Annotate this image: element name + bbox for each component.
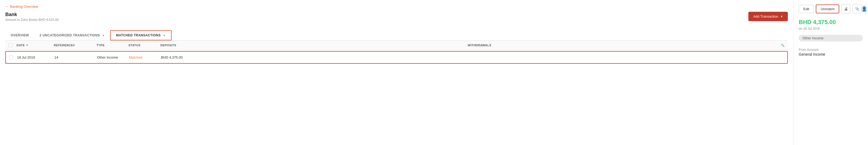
header-date: DATE ▼ (17, 44, 54, 47)
add-transaction-button[interactable]: Add Transaction ▼ (748, 12, 788, 21)
search-icon: 🔍 (781, 44, 785, 47)
back-arrow-icon: ← (5, 4, 9, 8)
matched-dropdown-icon: ▼ (163, 34, 165, 37)
unmatch-button[interactable]: Unmatch (816, 4, 839, 14)
row-checkbox-cell[interactable] (9, 56, 17, 59)
right-panel-toolbar: Edit Unmatch 🖨 📎 👤 (799, 4, 863, 14)
date-sort-icon: ▼ (26, 44, 28, 47)
transaction-amount: BHD 4,375.00 (799, 19, 863, 26)
row-deposits: BHD 4,375.00 (161, 55, 468, 59)
print-icon: 🖨 (844, 7, 848, 11)
add-transaction-label: Add Transaction (753, 15, 778, 19)
table-header: DATE ▼ REFERENCE# TYPE STATUS DEPOSITS W… (5, 41, 788, 50)
print-button[interactable]: 🖨 (841, 4, 850, 14)
header-withdrawals: WITHDRAWALS (468, 44, 775, 47)
transaction-date: on 18 Jul 2019 (799, 27, 863, 30)
uncategorized-badge: 2 (39, 33, 41, 37)
edit-button[interactable]: Edit (799, 5, 814, 13)
row-date: 18 Jul 2019 (17, 55, 54, 59)
back-link-label: Banking Overview (10, 4, 38, 8)
header-deposits: DEPOSITS (160, 44, 468, 47)
right-panel: Edit Unmatch 🖨 📎 👤 BHD 4,375.00 on 18 Ju… (794, 0, 868, 145)
bank-subtitle: Amount in Zoho Books BHD 9,515.00 (5, 18, 59, 22)
add-transaction-dropdown-arrow: ▼ (780, 15, 783, 18)
row-checkbox[interactable] (9, 56, 13, 59)
row-status: Matched (129, 55, 161, 59)
clip-icon: 📎 (855, 7, 860, 11)
from-account-label: From Account (799, 48, 863, 52)
header-search[interactable]: 🔍 (775, 44, 785, 47)
avatar-icon: 👤 (862, 6, 867, 11)
tab-matched[interactable]: MATCHED TRANSACTIONS ▼ (110, 30, 172, 41)
row-type: Other Income (97, 55, 129, 59)
header-checkbox-input[interactable] (8, 43, 12, 47)
from-account-value: General Income (799, 52, 863, 56)
tabs-row: OVERVIEW 2 UNCATEGORIZED TRANSACTIONS ▼ … (5, 30, 788, 41)
tab-matched-label: MATCHED TRANSACTIONS (116, 33, 161, 37)
tab-uncategorized-label: UNCATEGORIZED TRANSACTIONS (43, 33, 100, 37)
table-row[interactable]: 18 Jul 2019 14 Other Income Matched BHD … (5, 51, 788, 64)
attachment-button[interactable]: 📎 (852, 4, 862, 14)
avatar[interactable]: 👤 (862, 5, 867, 13)
row-reference: 14 (54, 55, 97, 59)
back-link[interactable]: ← Banking Overview (5, 4, 788, 8)
tab-uncategorized[interactable]: 2 UNCATEGORIZED TRANSACTIONS ▼ (34, 31, 110, 40)
uncategorized-dropdown-icon: ▼ (102, 34, 105, 37)
right-panel-actions: Edit Unmatch 🖨 📎 (799, 4, 862, 14)
header-checkbox (8, 43, 17, 47)
header-reference: REFERENCE# (54, 44, 96, 47)
header-status: STATUS (128, 44, 160, 47)
category-badge[interactable]: Other Income (799, 35, 863, 42)
header-type: TYPE (96, 44, 128, 47)
bank-title: Bank (5, 12, 59, 17)
tab-overview[interactable]: OVERVIEW (5, 31, 34, 40)
